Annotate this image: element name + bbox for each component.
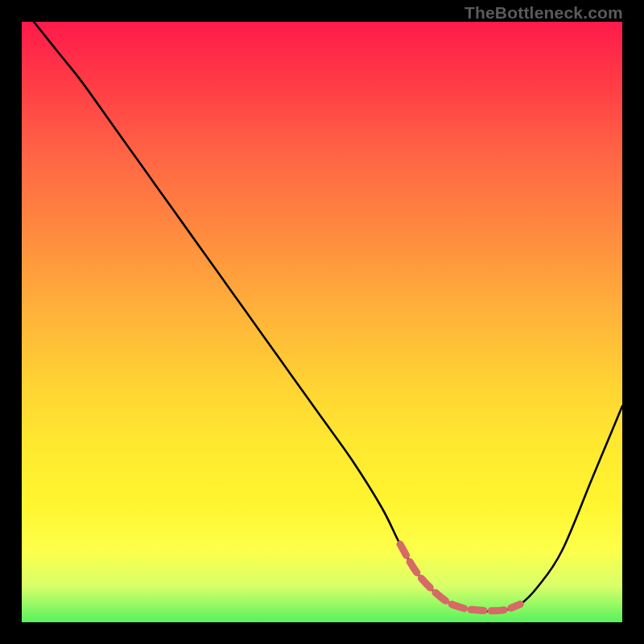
- highlight-curve-line: [400, 544, 520, 611]
- plot-area: [22, 22, 622, 622]
- watermark-text: TheBottleneck.com: [464, 3, 623, 23]
- chart-container: TheBottleneck.com: [0, 0, 644, 644]
- chart-svg: [22, 22, 622, 622]
- main-curve-line: [34, 22, 622, 612]
